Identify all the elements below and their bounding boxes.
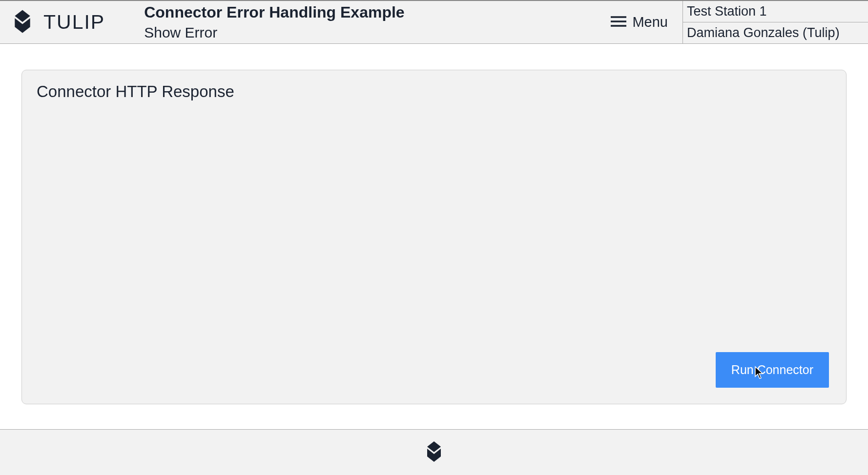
station-name: Test Station 1 <box>683 1 868 22</box>
panel-title: Connector HTTP Response <box>37 82 831 101</box>
user-name: Damiana Gonzales (Tulip) <box>683 22 868 43</box>
main-content: Connector HTTP Response Run Connector <box>0 44 868 430</box>
app-subtitle: Show Error <box>144 23 567 42</box>
hamburger-icon <box>611 16 626 29</box>
menu-button[interactable]: Menu <box>596 1 682 43</box>
response-panel: Connector HTTP Response Run Connector <box>21 70 847 404</box>
app-title: Connector Error Handling Example <box>144 2 567 23</box>
logo-text: TULIP <box>43 11 105 34</box>
app-footer <box>0 429 868 475</box>
title-section: Connector Error Handling Example Show Er… <box>115 1 596 43</box>
tulip-logo-icon <box>9 8 36 37</box>
run-connector-button[interactable]: Run Connector <box>716 352 829 388</box>
logo-section: TULIP <box>0 1 115 43</box>
info-section: Test Station 1 Damiana Gonzales (Tulip) <box>682 1 868 43</box>
menu-label: Menu <box>632 14 668 30</box>
tulip-footer-icon <box>422 439 446 466</box>
app-header: TULIP Connector Error Handling Example S… <box>0 0 868 44</box>
